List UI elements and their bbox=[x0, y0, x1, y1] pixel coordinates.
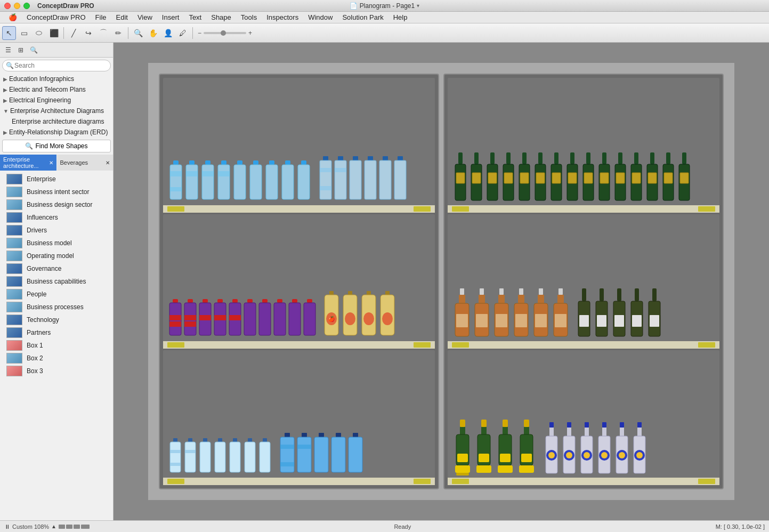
canvas-area[interactable]: 🍎 bbox=[114, 43, 769, 520]
svg-rect-85 bbox=[203, 438, 207, 442]
svg-rect-57 bbox=[262, 299, 268, 303]
statusbar: ⏸ Custom 108% ▲ Ready M: [ 0.30, 1.0e-02… bbox=[0, 520, 769, 532]
shape-item-partners[interactable]: Partners bbox=[0, 326, 113, 339]
tab-beverages[interactable]: Beverages ✕ bbox=[57, 155, 114, 171]
menu-window[interactable]: Window bbox=[304, 12, 337, 22]
page-nav-4[interactable] bbox=[81, 525, 90, 529]
shape-item-box1[interactable]: Box 1 bbox=[0, 339, 113, 352]
shape-item-box2[interactable]: Box 2 bbox=[0, 352, 113, 365]
sidebar-item-erd[interactable]: ▶ Entity-Relationship Diagram (ERD) bbox=[0, 127, 113, 138]
menu-insert[interactable]: Insert bbox=[158, 12, 184, 22]
hand-tool[interactable]: ✋ bbox=[146, 26, 160, 40]
svg-rect-143 bbox=[632, 173, 641, 183]
shelf-tag-right bbox=[414, 206, 431, 212]
shelf-bottom-bar bbox=[163, 341, 435, 349]
menu-tools[interactable]: Tools bbox=[237, 12, 261, 22]
shape-item-technology[interactable]: Technology bbox=[0, 313, 113, 326]
apple-menu[interactable]: 🍎 bbox=[4, 12, 21, 22]
svg-rect-46 bbox=[203, 299, 208, 303]
svg-rect-197 bbox=[456, 473, 469, 475]
svg-rect-79 bbox=[170, 442, 181, 472]
window-controls[interactable]: ConceptDraw PRO bbox=[4, 2, 94, 10]
canvas-bg[interactable]: 🍎 bbox=[114, 43, 769, 520]
sidebar-item-enterprise[interactable]: ▼ Enterprise Architecture Diagrams bbox=[0, 106, 113, 116]
shape-item-influencers[interactable]: Influencers bbox=[0, 211, 113, 224]
shape-item-bis[interactable]: Business intent sector bbox=[0, 186, 113, 198]
sep3 bbox=[192, 27, 193, 39]
svg-rect-25 bbox=[320, 168, 331, 172]
person-tool[interactable]: 👤 bbox=[161, 26, 175, 40]
shape-item-bcapabilities[interactable]: Business capabilities bbox=[0, 275, 113, 288]
zoom-label[interactable]: Custom 108% bbox=[12, 523, 49, 530]
freehand-tool[interactable]: ✏ bbox=[111, 26, 125, 40]
svg-rect-203 bbox=[503, 420, 508, 427]
sidebar-search-btn[interactable]: 🔍 bbox=[28, 44, 39, 56]
tab-enterprise[interactable]: Enterprise architecture... ✕ bbox=[0, 155, 56, 171]
menu-conceptdraw[interactable]: ConceptDraw PRO bbox=[22, 12, 90, 22]
shape-item-bprocesses[interactable]: Business processes bbox=[0, 301, 113, 313]
page-nav-1[interactable] bbox=[59, 525, 65, 529]
pencil-tool[interactable]: 🖊 bbox=[176, 26, 190, 40]
sidebar-item-ea-diagrams[interactable]: Enterprise architecture diagrams bbox=[0, 116, 113, 127]
shape-item-bds[interactable]: Business design sector bbox=[0, 198, 113, 211]
line-tool[interactable]: ╱ bbox=[67, 26, 80, 40]
menu-text[interactable]: Text bbox=[184, 12, 206, 22]
shelf-tag-left bbox=[452, 206, 469, 212]
shape-item-omodel[interactable]: Operating model bbox=[0, 249, 113, 262]
zoom-out-btn[interactable]: 🔍 bbox=[131, 26, 145, 40]
page-nav-2[interactable] bbox=[66, 525, 72, 529]
zoom-out-icon[interactable]: − bbox=[198, 29, 201, 37]
zoom-in-icon[interactable]: + bbox=[248, 29, 252, 37]
shape-preview bbox=[6, 276, 22, 287]
statusbar-right: M: [ 0.30, 1.0e-02 ] bbox=[716, 523, 765, 530]
sidebar-item-education[interactable]: ▶ Education Infographics bbox=[0, 74, 113, 84]
search-input[interactable] bbox=[2, 60, 111, 71]
menu-help[interactable]: Help bbox=[389, 12, 412, 22]
page-nav-3[interactable] bbox=[74, 525, 80, 529]
tab-close-icon[interactable]: ✕ bbox=[106, 160, 110, 166]
svg-rect-196 bbox=[455, 465, 470, 473]
svg-rect-128 bbox=[552, 173, 561, 183]
svg-rect-55 bbox=[247, 299, 253, 303]
ellipse-tool[interactable]: ⬭ bbox=[32, 26, 46, 40]
shape-item-governance[interactable]: Governance bbox=[0, 262, 113, 275]
tab-beverages-label: Beverages bbox=[60, 159, 88, 166]
menu-edit[interactable]: Edit bbox=[112, 12, 132, 22]
select-tool[interactable]: ↖ bbox=[2, 26, 16, 40]
sidebar-list-view[interactable]: ☰ bbox=[2, 44, 14, 56]
arc-tool[interactable]: ⌒ bbox=[96, 26, 110, 40]
shape-label: Governance bbox=[27, 265, 61, 272]
sidebar-item-electrical[interactable]: ▶ Electrical Engineering bbox=[0, 95, 113, 106]
zoom-step-up[interactable]: ▲ bbox=[51, 523, 56, 529]
menu-solution-park[interactable]: Solution Park bbox=[338, 12, 387, 22]
menu-inspectors[interactable]: Inspectors bbox=[262, 12, 303, 22]
shape-item-drivers[interactable]: Drivers bbox=[0, 224, 113, 237]
shape-item-enterprise[interactable]: Enterprise bbox=[0, 173, 113, 186]
small-water-group bbox=[168, 438, 272, 475]
shelf-bottom-bar bbox=[448, 478, 719, 485]
sidebar: ☰ ⊞ 🔍 🔍 ▶ Education Infographics ▶ Elect… bbox=[0, 43, 114, 520]
minimize-button[interactable] bbox=[14, 3, 20, 9]
sidebar-item-electric[interactable]: ▶ Electric and Telecom Plans bbox=[0, 84, 113, 95]
shape-item-people[interactable]: People bbox=[0, 288, 113, 301]
pause-icon[interactable]: ⏸ bbox=[4, 523, 10, 530]
find-shapes-button[interactable]: 🔍 Find More Shapes bbox=[2, 140, 111, 152]
menu-view[interactable]: View bbox=[133, 12, 157, 22]
menu-shape[interactable]: Shape bbox=[207, 12, 236, 22]
svg-rect-99 bbox=[302, 433, 307, 437]
close-button[interactable] bbox=[4, 3, 11, 9]
zoom-slider[interactable] bbox=[204, 32, 246, 34]
svg-rect-30 bbox=[353, 156, 358, 160]
connector-tool[interactable]: ↪ bbox=[82, 26, 95, 40]
sidebar-grid-view[interactable]: ⊞ bbox=[15, 44, 27, 56]
menu-file[interactable]: File bbox=[91, 12, 111, 22]
capsule-tool[interactable]: ⬛ bbox=[47, 26, 61, 40]
chevron-down-icon[interactable]: ▾ bbox=[417, 3, 419, 9]
svg-rect-126 bbox=[554, 152, 558, 164]
rect-tool[interactable]: ▭ bbox=[17, 26, 31, 40]
whiskey-group bbox=[453, 288, 570, 339]
tab-close-icon[interactable]: ✕ bbox=[49, 160, 53, 166]
shape-item-box3[interactable]: Box 3 bbox=[0, 365, 113, 377]
shape-item-bmodel[interactable]: Business model bbox=[0, 237, 113, 249]
fullscreen-button[interactable] bbox=[23, 3, 30, 9]
